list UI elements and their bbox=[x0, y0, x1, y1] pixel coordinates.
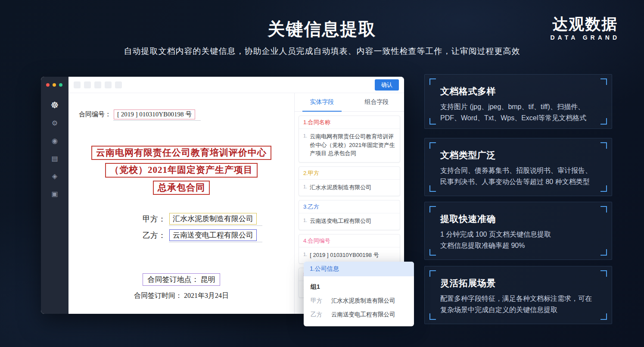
field-value-index: 1. bbox=[303, 132, 307, 138]
shield-icon[interactable] bbox=[50, 171, 59, 181]
field-value-row: 1. 云南电网有限责任公司教育培训评价中心（党校）2021年固定资产生产项目 总… bbox=[299, 129, 400, 162]
field-value-row: 1. 汇水水泥质制造有限公司 bbox=[299, 180, 400, 196]
corner-bracket-icon bbox=[600, 78, 607, 85]
feature-card: 文档格式多样 支持图片 (jpg、jpeg、bmp、tif、tiff)、扫描件、… bbox=[424, 74, 612, 129]
corner-bracket-icon bbox=[429, 185, 436, 192]
field-value-index: 1. bbox=[303, 251, 307, 257]
corner-bracket-icon bbox=[600, 270, 607, 277]
corner-bracket-icon bbox=[600, 142, 607, 149]
toolbar-placeholder bbox=[94, 81, 101, 88]
contract-title-line[interactable]: 云南电网有限责任公司教育培训评价中心 bbox=[91, 146, 271, 160]
document-icon[interactable] bbox=[50, 153, 59, 163]
popup-row-key: 甲方 bbox=[311, 297, 331, 305]
image-icon[interactable] bbox=[50, 189, 59, 198]
corner-bracket-icon bbox=[600, 206, 607, 213]
field-value-text: 云南电网有限责任公司教育培训评价中心（党校）2021年固定资产生产项目 总承包合… bbox=[310, 132, 395, 158]
contract-title: 云南电网有限责任公司教育培训评价中心（党校）2021年固定资产生产项目总承包合同 bbox=[68, 146, 294, 198]
popup-rows: 甲方 汇水水泥质制造有限公司 乙方 云南送变电工程有限公司 bbox=[311, 297, 407, 319]
toolbar-placeholder bbox=[84, 81, 91, 88]
popup-body: 组1 甲方 汇水水泥质制造有限公司 乙方 云南送变电工程有限公司 bbox=[304, 276, 414, 326]
popup-row-key: 乙方 bbox=[311, 311, 331, 319]
field-value-text: 云南送变电工程有限公司 bbox=[310, 217, 371, 225]
feature-body: 1 分钟完成 100 页文档关键信息提取 文档信息提取准确率超 90% bbox=[440, 229, 596, 251]
corner-bracket-icon bbox=[429, 313, 436, 320]
corner-bracket-icon bbox=[600, 185, 607, 192]
popup-row: 乙方 云南送变电工程有限公司 bbox=[311, 311, 407, 319]
contract-title-line[interactable]: （党校）2021年固定资产生产项目 bbox=[105, 163, 258, 177]
sign-place-row: 合同签订地点： 昆明 bbox=[68, 273, 294, 286]
field-value-row: 1. [ 2019 ] 010310YB00198 号 bbox=[299, 247, 400, 264]
document-viewer: 合同编号： [ 2019 ] 010310YB00198 号 云南电网有限责任公… bbox=[68, 93, 294, 314]
field-label: 2.甲方 bbox=[299, 167, 400, 180]
logo-icon[interactable] bbox=[50, 100, 59, 110]
field-label: 3.乙方 bbox=[299, 200, 400, 213]
feature-title: 文档类型广泛 bbox=[440, 149, 596, 161]
tab-entity-fields[interactable]: 实体字段 bbox=[295, 93, 349, 111]
corner-bracket-icon bbox=[429, 206, 436, 213]
tab-composite-fields[interactable]: 组合字段 bbox=[349, 93, 404, 111]
company-info-popup: 1.公司信息 组1 甲方 汇水水泥质制造有限公司 乙方 云南送变电工程有限公司 bbox=[304, 262, 414, 326]
sign-place-highlight[interactable]: 合同签订地点： 昆明 bbox=[143, 273, 220, 286]
corner-bracket-icon bbox=[600, 118, 607, 125]
gear-icon[interactable] bbox=[50, 118, 59, 128]
toolbar-placeholder bbox=[115, 81, 122, 88]
feature-card: 文档类型广泛 支持合同、债券募集书、招股说明书、审计报告、民事判决书、人事变动公… bbox=[424, 138, 612, 196]
field-value-row: 1. 云南送变电工程有限公司 bbox=[299, 213, 400, 230]
field-card[interactable]: 4.合同编号 1. [ 2019 ] 010310YB00198 号 bbox=[299, 234, 400, 264]
field-card[interactable]: 1.合同名称 1. 云南电网有限责任公司教育培训评价中心（党校）2021年固定资… bbox=[299, 116, 400, 163]
field-value-index: 1. bbox=[303, 183, 307, 189]
feature-card: 提取快速准确 1 分钟完成 100 页文档关键信息提取 文档信息提取准确率超 9… bbox=[424, 202, 612, 260]
party-b-highlight[interactable]: 云南送变电工程有限公司 bbox=[169, 229, 257, 241]
party-b-label: 乙方： bbox=[143, 230, 166, 241]
feature-title: 文档格式多样 bbox=[440, 85, 596, 97]
corner-bracket-icon bbox=[429, 249, 436, 256]
field-value-index: 1. bbox=[303, 217, 307, 223]
feature-body: 支持合同、债券募集书、招股说明书、审计报告、民事判决书、人事变动公告等超过 80… bbox=[440, 165, 596, 188]
feature-card: 灵活拓展场景 配置多种字段特征，满足各种文档标注需求，可在复杂场景中完成自定义的… bbox=[424, 266, 612, 324]
popup-header: 1.公司信息 bbox=[304, 262, 414, 276]
corner-bracket-icon bbox=[429, 142, 436, 149]
feature-title: 灵活拓展场景 bbox=[440, 277, 596, 289]
toolbar-placeholder bbox=[74, 81, 81, 88]
party-b-row: 乙方： 云南送变电工程有限公司 bbox=[143, 229, 257, 241]
field-label: 4.合同编号 bbox=[299, 234, 400, 247]
page: 关键信息提取 自动提取文档内容的关键信息，协助企业人员完成自动填表、内容一致性检… bbox=[0, 0, 644, 347]
confirm-button[interactable]: 确认 bbox=[375, 79, 399, 91]
party-a-row: 甲方： 汇水水泥质制造有限公司 bbox=[143, 213, 257, 225]
popup-row-value: 云南送变电工程有限公司 bbox=[331, 311, 395, 319]
sign-time-label: 合同签订时间： bbox=[134, 292, 182, 299]
field-card[interactable]: 3.乙方 1. 云南送变电工程有限公司 bbox=[299, 200, 400, 230]
camera-icon[interactable] bbox=[50, 136, 59, 145]
contract-number-highlight[interactable]: [ 2019 ] 010310YB00198 号 bbox=[114, 109, 195, 119]
minimize-button[interactable] bbox=[53, 83, 56, 87]
field-value-text: 汇水水泥质制造有限公司 bbox=[310, 183, 371, 192]
corner-bracket-icon bbox=[600, 313, 607, 320]
corner-bracket-icon bbox=[429, 118, 436, 125]
app-toolbar: 确认 bbox=[68, 77, 404, 93]
popup-row: 甲方 汇水水泥质制造有限公司 bbox=[311, 297, 407, 305]
contract-title-line[interactable]: 总承包合同 bbox=[153, 181, 210, 195]
feature-body: 配置多种字段特征，满足各种文档标注需求，可在复杂场景中完成自定义的关键信息提取 bbox=[440, 293, 596, 316]
sign-time-row: 合同签订时间： 2021年3月24日 bbox=[68, 291, 294, 300]
corner-bracket-icon bbox=[429, 270, 436, 277]
field-label: 1.合同名称 bbox=[299, 116, 400, 129]
feature-title: 提取快速准确 bbox=[440, 213, 596, 225]
window-controls bbox=[41, 77, 68, 87]
panel-tabs: 实体字段 组合字段 bbox=[295, 93, 404, 112]
zoom-button[interactable] bbox=[59, 83, 62, 87]
field-card[interactable]: 2.甲方 1. 汇水水泥质制造有限公司 bbox=[299, 166, 400, 197]
feature-body: 支持图片 (jpg、jpeg、bmp、tif、tiff)、扫描件、PDF、Wor… bbox=[440, 101, 596, 124]
feature-list: 文档格式多样 支持图片 (jpg、jpeg、bmp、tif、tiff)、扫描件、… bbox=[424, 0, 612, 347]
sign-time-value: 2021年3月24日 bbox=[184, 292, 229, 299]
corner-bracket-icon bbox=[600, 249, 607, 256]
party-a-label: 甲方： bbox=[143, 214, 166, 224]
field-value-text: [ 2019 ] 010310YB00198 号 bbox=[310, 251, 379, 259]
sidebar-nav bbox=[41, 100, 68, 198]
party-a-highlight[interactable]: 汇水水泥质制造有限公司 bbox=[169, 213, 257, 225]
close-button[interactable] bbox=[46, 83, 50, 87]
popup-group-label: 组1 bbox=[311, 283, 407, 291]
app-sidebar bbox=[41, 77, 68, 314]
toolbar-placeholder bbox=[105, 81, 112, 88]
contract-number-row: 合同编号： [ 2019 ] 010310YB00198 号 bbox=[79, 109, 195, 119]
popup-row-value: 汇水水泥质制造有限公司 bbox=[331, 297, 395, 305]
